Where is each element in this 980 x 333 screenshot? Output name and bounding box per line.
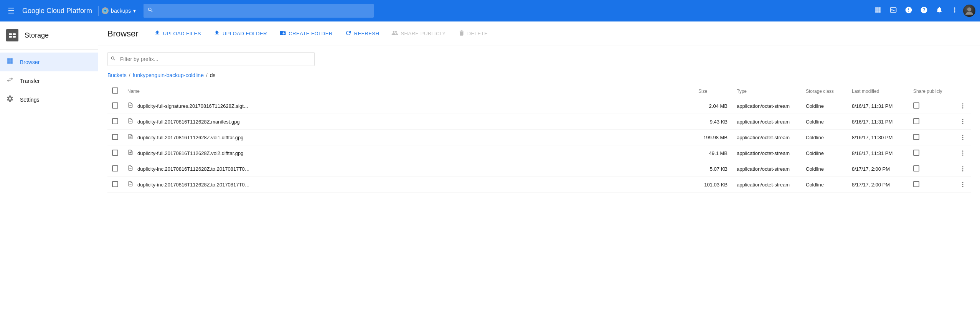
row-file-name-4[interactable]: duplicity-inc.20170816T112628Z.to.201708… [137, 166, 250, 172]
row-share-0 [909, 98, 955, 114]
row-checkbox-4[interactable] [112, 165, 118, 171]
svg-point-17 [962, 139, 964, 140]
row-more-menu-4[interactable] [959, 165, 966, 172]
sidebar-item-transfer[interactable]: Transfer [0, 71, 98, 90]
svg-rect-24 [129, 169, 131, 169]
svg-point-15 [962, 135, 964, 136]
th-last-modified: Last modified [847, 84, 909, 98]
row-actions-1 [955, 114, 971, 130]
row-more-menu-0[interactable] [959, 102, 966, 109]
file-icon-1 [127, 118, 134, 125]
upload-files-button[interactable]: UPLOAD FILES [148, 21, 207, 46]
row-more-menu-3[interactable] [959, 150, 966, 157]
share-checkbox-2[interactable] [913, 134, 919, 140]
delete-button[interactable]: DELETE [452, 21, 494, 46]
upload-folder-label: UPLOAD FOLDER [223, 31, 267, 36]
row-checkbox-3[interactable] [112, 150, 118, 156]
row-share-1 [909, 114, 955, 130]
share-publicly-button[interactable]: SHARE PUBLICLY [385, 21, 452, 46]
row-file-name-5[interactable]: duplicity-inc.20170816T112628Z.to.201708… [137, 182, 250, 188]
share-checkbox-4[interactable] [913, 165, 919, 171]
page-title: Browser [107, 29, 139, 39]
terminal-icon[interactable] [886, 3, 900, 19]
row-name-5: duplicity-inc.20170816T112628Z.to.201708… [123, 177, 694, 193]
row-share-3 [909, 145, 955, 161]
alert-circle-icon[interactable] [902, 3, 916, 19]
project-dot-icon [102, 7, 109, 14]
file-icon-4 [127, 165, 134, 173]
row-file-name-1[interactable]: duplicity-full.20170816T112628Z.manifest… [137, 119, 240, 125]
svg-point-1 [104, 10, 106, 12]
row-size-2: 199.98 MB [694, 130, 732, 145]
row-storage-class-0: Coldline [801, 98, 847, 114]
notifications-icon[interactable] [932, 3, 946, 19]
avatar-image [963, 5, 975, 17]
svg-rect-4 [129, 106, 131, 106]
row-file-name-0[interactable]: duplicity-full-signatures.20170816T11262… [137, 103, 249, 109]
menu-icon[interactable]: ☰ [5, 3, 18, 18]
share-publicly-label: SHARE PUBLICLY [401, 31, 445, 36]
search-input[interactable] [144, 4, 374, 18]
more-vert-icon[interactable] [948, 3, 962, 19]
svg-rect-18 [129, 152, 131, 153]
breadcrumb-sep-1: / [129, 72, 130, 78]
row-storage-class-2: Coldline [801, 130, 847, 145]
svg-point-5 [962, 103, 964, 104]
svg-point-2 [967, 7, 971, 11]
row-checkbox-1[interactable] [112, 118, 118, 124]
upload-folder-button[interactable]: UPLOAD FOLDER [207, 21, 273, 46]
row-actions-2 [955, 130, 971, 145]
row-more-menu-2[interactable] [959, 134, 966, 141]
row-size-5: 101.03 KB [694, 177, 732, 193]
help-icon[interactable] [917, 3, 931, 19]
create-folder-icon [279, 30, 286, 38]
row-name-0: duplicity-full-signatures.20170816T11262… [123, 98, 694, 114]
avatar[interactable] [963, 5, 975, 17]
breadcrumb-sep-2: / [206, 72, 208, 78]
create-folder-label: CREATE FOLDER [289, 31, 333, 36]
row-checkbox-cell-4 [107, 161, 123, 177]
sidebar-item-settings-label: Settings [20, 97, 40, 103]
refresh-button[interactable]: REFRESH [339, 21, 386, 46]
share-checkbox-3[interactable] [913, 150, 919, 156]
row-storage-class-5: Coldline [801, 177, 847, 193]
th-storage-class: Storage class [801, 84, 847, 98]
svg-rect-3 [129, 105, 131, 106]
svg-rect-23 [129, 168, 131, 168]
row-file-name-3[interactable]: duplicity-full.20170816T112628Z.vol2.dif… [137, 150, 244, 156]
svg-point-20 [962, 150, 964, 152]
apps-icon[interactable] [871, 3, 885, 19]
create-folder-button[interactable]: CREATE FOLDER [273, 21, 339, 46]
row-more-menu-1[interactable] [959, 118, 966, 125]
row-last-modified-1: 8/16/17, 11:31 PM [847, 114, 909, 130]
svg-rect-29 [129, 185, 131, 185]
share-checkbox-1[interactable] [913, 118, 919, 124]
svg-rect-14 [129, 137, 131, 138]
row-more-menu-5[interactable] [959, 181, 966, 188]
row-checkbox-0[interactable] [112, 102, 118, 109]
svg-rect-9 [129, 122, 131, 122]
row-checkbox-5[interactable] [112, 181, 118, 187]
table-row: duplicity-full.20170816T112628Z.vol1.dif… [107, 130, 971, 145]
select-all-checkbox[interactable] [112, 87, 118, 94]
row-share-5 [909, 177, 955, 193]
svg-point-32 [962, 186, 964, 187]
share-publicly-icon [391, 30, 398, 38]
filter-bar [107, 52, 971, 66]
share-checkbox-0[interactable] [913, 102, 919, 109]
settings-icon [6, 95, 14, 104]
filter-input[interactable] [107, 52, 315, 66]
row-file-name-2[interactable]: duplicity-full.20170816T112628Z.vol1.dif… [137, 135, 244, 140]
breadcrumb-buckets[interactable]: Buckets [107, 72, 127, 78]
delete-icon [458, 30, 465, 38]
sidebar-item-browser[interactable]: Browser [0, 53, 98, 71]
sidebar-item-settings[interactable]: Settings [0, 90, 98, 109]
share-checkbox-5[interactable] [913, 181, 919, 187]
breadcrumb-bucket-name[interactable]: funkypenguin-backup-coldline [133, 72, 204, 78]
row-checkbox-2[interactable] [112, 134, 118, 140]
main-content: Browser UPLOAD FILES UPLOAD FOLDER CREAT… [98, 21, 980, 333]
filter-search-icon [111, 56, 116, 63]
row-checkbox-cell-2 [107, 130, 123, 145]
project-selector[interactable]: backups ▾ [98, 6, 139, 16]
svg-point-10 [962, 119, 964, 120]
